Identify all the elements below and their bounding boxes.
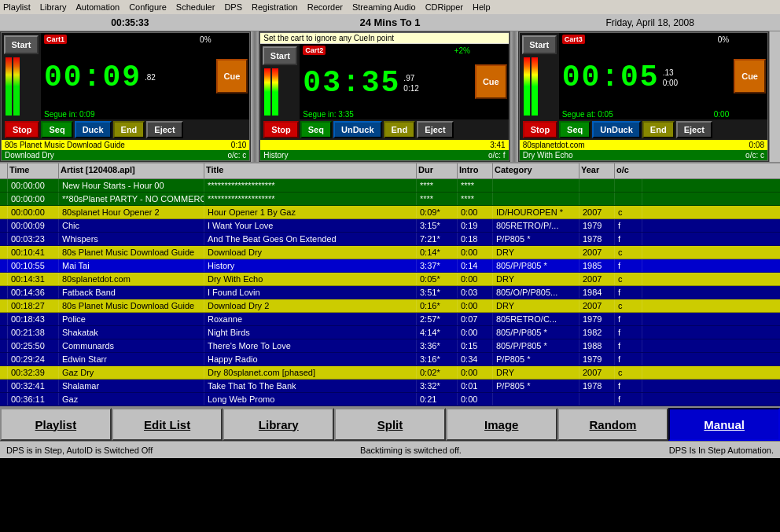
deck1-start-button[interactable]: Start xyxy=(4,35,39,54)
deck3-unduck-button[interactable]: UnDuck xyxy=(592,121,641,138)
deck1-duck-button[interactable]: Duck xyxy=(75,121,112,138)
playlist-row[interactable]: 00:00:00**80sPlanet PARTY - NO COMMERCIA… xyxy=(0,193,780,206)
deck1: Start Cart1 0% 00:09 .82 Segue xyxy=(1,32,250,161)
deck1-end-button[interactable]: End xyxy=(113,121,145,138)
deck2-stop-button[interactable]: Stop xyxy=(263,121,298,138)
deck2-percent: +2% xyxy=(454,46,470,55)
menu-cdripper[interactable]: CDRipper xyxy=(425,2,463,12)
deck2-unduck-button[interactable]: UnDuck xyxy=(333,121,382,138)
playlist-row[interactable]: 00:14:36Fatback BandI Found Lovin3:51*0:… xyxy=(0,286,780,299)
deck3-time: 00:05 xyxy=(562,61,660,94)
col-header-time: Time xyxy=(8,163,59,178)
playlist-row[interactable]: 00:00:0080splanet Hour Opener 2Hour Open… xyxy=(0,206,780,219)
playlist-row[interactable]: 00:32:39Gaz DryDry 80splanet.com [phased… xyxy=(0,366,780,380)
deck3-percent: 0% xyxy=(718,35,729,44)
deck2-time: 03:35 xyxy=(303,66,400,100)
playlist-row[interactable]: 00:18:43PoliceRoxanne2:57*0:07805RETRO/C… xyxy=(0,313,780,326)
col-header-oc: o/c xyxy=(615,163,642,178)
btn-random[interactable]: Random xyxy=(557,408,669,441)
divider1[interactable] xyxy=(251,31,259,162)
deck3-start-button[interactable]: Start xyxy=(522,35,557,54)
deck3-cue-button[interactable]: Cue xyxy=(734,59,766,94)
playlist-row[interactable]: 00:18:2780s Planet Music Download GuideD… xyxy=(0,299,780,313)
deck3-extra2: 0:00 xyxy=(714,110,729,119)
deck1-info2: Download Dry xyxy=(5,151,54,160)
status-center: Backtiming is switched off. xyxy=(360,446,462,455)
deck3-end-button[interactable]: End xyxy=(642,121,675,138)
deck1-info1: 80s Planet Music Download Guide xyxy=(5,141,125,149)
deck3-info2-oc: o/c: c xyxy=(745,151,764,160)
status-right: DPS Is In Step Automation. xyxy=(669,446,774,455)
playlist-row[interactable]: 00:29:24Edwin StarrHappy Radio3:16*0:34P… xyxy=(0,353,780,366)
playlist-row[interactable]: 00:10:55Mai TaiHistory3:37*0:14805/P/P80… xyxy=(0,259,780,273)
playlist-row[interactable]: 00:25:50CommunardsThere's More To Love3:… xyxy=(0,339,780,353)
deck2-info2-oc: o/c: f xyxy=(488,151,506,160)
deck3-cart-label: Cart3 xyxy=(562,35,585,44)
menu-automation[interactable]: Automation xyxy=(75,2,120,12)
menu-help[interactable]: Help xyxy=(473,2,491,12)
deck3-seq-button[interactable]: Seq xyxy=(559,121,591,138)
playlist-area: Time Artist [120408.apl] Title Dur Intro… xyxy=(0,163,780,406)
playlist-row[interactable]: 00:14:3180splanetdot.comDry With Echo0:0… xyxy=(0,273,780,286)
playlist-header: Time Artist [120408.apl] Title Dur Intro… xyxy=(0,163,780,179)
deck2-eject-button[interactable]: Eject xyxy=(417,121,453,138)
col-header-title: Title xyxy=(204,163,417,178)
btn-playlist[interactable]: Playlist xyxy=(0,408,112,441)
status-bar: DPS is in Step, AutoID is Switched Off B… xyxy=(0,441,780,458)
deck3-info1: 80splanetdot.com xyxy=(523,141,585,149)
btn-library[interactable]: Library xyxy=(223,408,334,441)
deck3-extra: 0:00 xyxy=(663,78,678,88)
clock-display: 00:35:33 xyxy=(0,17,260,28)
deck-scrollbar[interactable] xyxy=(769,31,780,162)
menu-dps[interactable]: DPS xyxy=(224,2,242,12)
bottom-bar: Playlist Edit List Library Split Image R… xyxy=(0,406,780,441)
deck2-cue-button[interactable]: Cue xyxy=(475,64,507,99)
btn-editlist[interactable]: Edit List xyxy=(112,408,223,441)
deck2-segue: Segue in: 3:35 xyxy=(300,109,473,119)
deck1-seq-button[interactable]: Seq xyxy=(41,121,72,138)
deck3-info2: Dry With Echo xyxy=(523,151,573,160)
deck2-db1: .97 xyxy=(403,73,418,83)
deck1-info2-oc: o/c: c xyxy=(227,151,246,160)
deck3-info1-time: 0:08 xyxy=(749,141,764,149)
menu-scheduler[interactable]: Scheduler xyxy=(176,2,215,12)
menu-playlist[interactable]: Playlist xyxy=(3,2,31,12)
col-header-artist: Artist [120408.apl] xyxy=(59,163,204,178)
playlist-row[interactable]: 00:32:41ShalamarTake That To The Bank3:3… xyxy=(0,380,780,393)
menu-configure[interactable]: Configure xyxy=(129,2,167,12)
deck2-info2: History xyxy=(263,151,288,160)
playlist-row[interactable]: 00:21:38ShakatakNight Birds4:14*0:00805/… xyxy=(0,326,780,339)
deck3-stop-button[interactable]: Stop xyxy=(523,121,557,138)
menu-streaming-audio[interactable]: Streaming Audio xyxy=(352,2,416,12)
deck2-start-button[interactable]: Start xyxy=(263,46,297,65)
playlist-row[interactable]: 00:00:00New Hour Starts - Hour 00*******… xyxy=(0,179,780,193)
deck3-segue: Segue at: 0:05 xyxy=(562,110,613,119)
deck3-db: .13 xyxy=(663,68,678,78)
deck2-cart-label: Cart2 xyxy=(303,46,326,55)
menu-registration[interactable]: Registration xyxy=(252,2,298,12)
playlist-rows[interactable]: 00:00:00New Hour Starts - Hour 00*******… xyxy=(0,179,780,406)
btn-split[interactable]: Split xyxy=(334,408,446,441)
deck3-eject-button[interactable]: Eject xyxy=(676,121,712,138)
divider2[interactable] xyxy=(510,31,518,162)
deck2-end-button[interactable]: End xyxy=(384,121,416,138)
status-left: DPS is in Step, AutoID is Switched Off xyxy=(6,446,153,455)
deck1-db: .82 xyxy=(145,72,156,83)
btn-manual[interactable]: Manual xyxy=(668,408,780,441)
deck2-tooltip: Set the cart to ignore any CueIn point xyxy=(260,33,508,44)
playlist-row[interactable]: 00:10:4180s Planet Music Download GuideD… xyxy=(0,246,780,259)
deck1-eject-button[interactable]: Eject xyxy=(146,121,182,138)
deck1-cue-button[interactable]: Cue xyxy=(216,59,248,94)
btn-image[interactable]: Image xyxy=(446,408,557,441)
deck1-time: 00:09 xyxy=(44,61,142,94)
col-header-category: Category xyxy=(493,163,579,178)
deck2-seq-button[interactable]: Seq xyxy=(300,121,332,138)
deck1-stop-button[interactable]: Stop xyxy=(5,121,39,138)
playlist-row[interactable]: 00:36:11GazLong Web Promo0:210:00f xyxy=(0,393,780,406)
playlist-row[interactable]: 00:03:23WhispersAnd The Beat Goes On Ext… xyxy=(0,233,780,246)
deck1-segue: Segue in: 0:09 xyxy=(41,109,215,119)
menu-recorder[interactable]: Recorder xyxy=(307,2,343,12)
deck2-db2: 0:12 xyxy=(403,83,418,94)
playlist-row[interactable]: 00:00:09ChicI Want Your Love3:15*0:19805… xyxy=(0,219,780,233)
menu-library[interactable]: Library xyxy=(40,2,67,12)
